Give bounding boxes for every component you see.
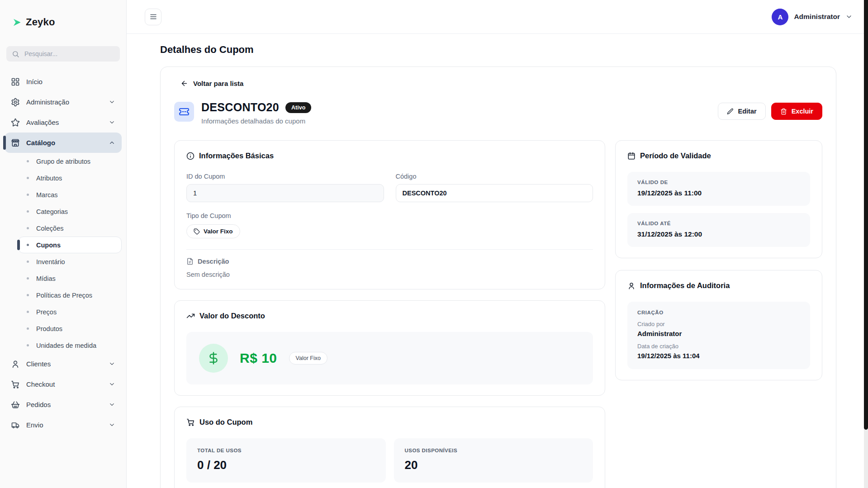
sidebar-subitem-atributos[interactable]: Atributos <box>18 170 122 186</box>
valid-from-value: 19/12/2025 às 11:00 <box>637 189 800 197</box>
sidebar-item-avaliacoes[interactable]: Avaliações <box>5 112 122 133</box>
user-icon <box>11 360 20 369</box>
sidebar-subitem-label: Categorias <box>36 208 68 215</box>
coupon-type-label: Tipo de Cupom <box>186 212 593 219</box>
sidebar-subitem-marcas[interactable]: Marcas <box>18 186 122 203</box>
sidebar-subitem-label: Mídias <box>36 275 56 282</box>
bullet-icon <box>27 327 29 330</box>
ticket-icon <box>179 106 190 117</box>
chevron-down-icon <box>109 381 115 388</box>
validity-header: Período de Validade <box>627 152 810 160</box>
back-link-label: Voltar para lista <box>193 80 243 87</box>
coupon-id-input[interactable] <box>186 184 384 202</box>
valid-from-label: VÁLIDO DE <box>637 180 800 185</box>
status-badge: Ativo <box>285 102 311 113</box>
sidebar-subitem-midias[interactable]: Mídias <box>18 270 122 287</box>
discount-value-box: R$ 10 Valor Fixo <box>186 332 593 384</box>
delete-button[interactable]: Excluir <box>771 103 822 120</box>
sidebar-item-pedidos[interactable]: Pedidos <box>5 394 122 415</box>
app-root: Zeyko Início Administração <box>0 0 868 488</box>
sidebar-subitem-label: Coleções <box>36 225 63 232</box>
valid-until-box: VÁLIDO ATÉ 31/12/2025 às 12:00 <box>627 213 810 247</box>
sidebar-subitem-unidades-de-medida[interactable]: Unidades de medida <box>18 337 122 354</box>
valid-until-value: 31/12/2025 às 12:00 <box>637 230 800 238</box>
sidebar-item-checkout[interactable]: Checkout <box>5 374 122 394</box>
truck-icon <box>11 421 20 430</box>
sidebar-subitem-precos[interactable]: Preços <box>18 303 122 320</box>
sidebar-search <box>6 46 120 62</box>
panel-title: Período de Validade <box>640 152 711 160</box>
panel-title: Informações de Auditoria <box>640 281 730 290</box>
chevron-down-icon <box>109 360 115 367</box>
sidebar-subitem-label: Atributos <box>36 175 62 182</box>
audit-panel: Informações de Auditoria CRIAÇÃO Criado … <box>615 270 822 380</box>
coupon-code-input[interactable] <box>396 184 593 202</box>
sidebar-subitem-label: Políticas de Preços <box>36 292 92 299</box>
basic-info-header: Informações Básicas <box>186 152 593 160</box>
description-value: Sem descrição <box>186 271 593 278</box>
created-at-value: 19/12/2025 às 11:04 <box>637 352 800 360</box>
zeyko-logo-icon <box>12 17 22 28</box>
main-area: A Administrator Detalhes do Cupom Voltar… <box>127 0 868 488</box>
sidebar-subitem-categorias[interactable]: Categorias <box>18 203 122 220</box>
chevron-up-icon <box>109 139 115 146</box>
page-scrollbar[interactable] <box>864 0 868 488</box>
bullet-icon <box>27 210 29 213</box>
sidebar-subitem-colecoes[interactable]: Coleções <box>18 220 122 237</box>
scrollbar-thumb[interactable] <box>864 0 868 430</box>
back-to-list-link[interactable]: Voltar para lista <box>180 80 243 87</box>
total-uses-value: 0 / 20 <box>197 458 375 472</box>
usage-header: Uso do Cupom <box>186 418 593 426</box>
panel-title: Informações Básicas <box>199 152 274 160</box>
file-text-icon <box>186 258 194 265</box>
coupon-type-block: Tipo de Cupom Valor Fixo <box>186 212 593 238</box>
coupon-title-block: DESCONTO20 Ativo Informações detalhadas … <box>201 101 311 125</box>
sidebar-subitem-label: Inventário <box>36 258 65 265</box>
ticket-icon-box <box>174 102 194 122</box>
star-icon <box>11 118 20 127</box>
sidebar: Zeyko Início Administração <box>0 0 127 488</box>
audit-section-label: CRIAÇÃO <box>637 310 800 315</box>
dollar-icon <box>207 351 220 365</box>
discount-type-chip: Valor Fixo <box>289 352 327 365</box>
coupon-actions: Editar Excluir <box>718 103 822 120</box>
brand-name: Zeyko <box>26 16 55 28</box>
sidebar-item-administracao[interactable]: Administração <box>5 92 122 112</box>
audit-creation-box: CRIAÇÃO Criado por Administrator Data de… <box>627 302 810 369</box>
page-content: Detalhes do Cupom Voltar para lista <box>127 34 868 488</box>
coupon-type-value: Valor Fixo <box>204 228 233 235</box>
available-uses-box: USOS DISPONÍVEIS 20 <box>394 438 593 483</box>
sidebar-subitem-cupons[interactable]: Cupons <box>18 237 122 253</box>
sidebar-subitem-label: Produtos <box>36 325 62 332</box>
panel-title: Valor do Desconto <box>199 312 265 320</box>
gear-icon <box>11 98 20 107</box>
topbar: A Administrator <box>127 0 868 34</box>
page-title: Detalhes do Cupom <box>160 44 836 56</box>
sidebar-item-envio[interactable]: Envio <box>5 415 122 435</box>
bullet-icon <box>27 194 29 196</box>
chevron-down-icon <box>109 422 115 428</box>
search-input[interactable] <box>24 50 114 58</box>
sidebar-item-clientes[interactable]: Clientes <box>5 354 122 374</box>
sidebar-item-inicio[interactable]: Início <box>5 71 122 92</box>
sidebar-nav: Início Administração Avaliações <box>0 68 126 435</box>
sidebar-subitem-politicas-de-precos[interactable]: Políticas de Preços <box>18 287 122 303</box>
sidebar-subitem-grupo-de-atributos[interactable]: Grupo de atributos <box>18 153 122 170</box>
sidebar-subitem-label: Grupo de atributos <box>36 158 90 165</box>
bullet-icon <box>27 344 29 346</box>
user-menu[interactable]: A Administrator <box>772 9 853 25</box>
sidebar-subitem-produtos[interactable]: Produtos <box>18 320 122 337</box>
calendar-icon <box>627 152 636 160</box>
trash-icon <box>780 108 787 115</box>
sidebar-subitem-inventario[interactable]: Inventário <box>18 253 122 270</box>
search-icon <box>12 50 19 58</box>
sidebar-catalog-submenu: Grupo de atributos Atributos Marcas Cate… <box>5 153 122 354</box>
edit-button[interactable]: Editar <box>718 103 766 120</box>
sidebar-item-catalogo[interactable]: Catálogo <box>5 133 122 153</box>
sidebar-item-label: Pedidos <box>26 401 51 408</box>
coupon-id-field: ID do Cupom <box>186 173 384 202</box>
coupon-subtitle: Informações detalhadas do cupom <box>201 117 311 125</box>
trending-up-icon <box>186 312 195 320</box>
menu-toggle-button[interactable] <box>145 9 161 25</box>
description-label: Descrição <box>198 258 229 265</box>
